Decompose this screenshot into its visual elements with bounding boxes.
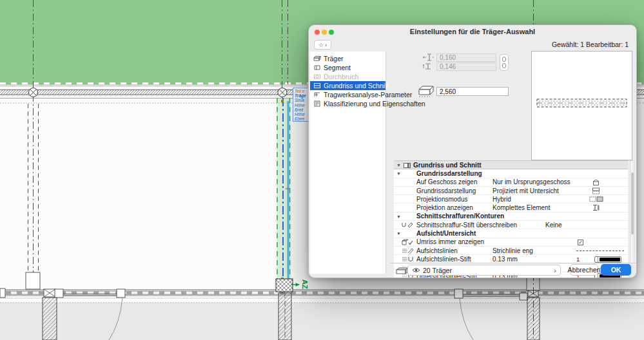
parameter-table: ▼ Grundriss und Schnitt ▼ Grundrissdarst… — [394, 160, 628, 278]
beam-label-text: AZ — [301, 279, 309, 289]
element-count-label: 20 Träger — [423, 267, 452, 274]
footer-separator — [390, 263, 636, 263]
door-jamb — [0, 288, 5, 298]
collapse-arrow-icon[interactable]: ▼ — [396, 214, 401, 219]
sidebar-item-durchbruch[interactable]: Durchbruch — [310, 72, 385, 81]
profile-width-icon — [422, 53, 434, 61]
table-row[interactable]: Projektion anzeigen Komplettes Element — [394, 203, 628, 212]
classification-icon — [313, 100, 321, 107]
sidebar-item-label: Grundriss und Schnitt — [324, 82, 389, 90]
sidebar-item-segment[interactable]: Segment — [310, 63, 385, 72]
settings-sidebar: Träger Segment Durchbruch — [310, 52, 386, 274]
subsection-label: Grundrissdarstellung — [416, 170, 482, 177]
story-icon — [592, 179, 600, 186]
checkbox-checked[interactable]: ✓ — [578, 240, 583, 245]
table-scrollbar[interactable] — [630, 160, 634, 263]
right-column — [527, 274, 540, 340]
dialog-title: Einstellungen für die Träger-Auswahl — [309, 28, 636, 35]
pen-index: 1 — [576, 256, 580, 263]
top-view-pen-icon — [401, 256, 414, 263]
hybrid-mode-icon — [589, 196, 603, 202]
favorites-button[interactable]: ☆ › — [314, 40, 331, 50]
chain-link-icon — [502, 63, 506, 68]
element-filter-dropdown[interactable]: 20 Träger › — [407, 265, 561, 276]
sidebar-item-label: Segment — [324, 64, 351, 71]
link-proportions-button[interactable] — [500, 54, 509, 71]
pilaster — [26, 272, 40, 289]
table-row[interactable]: Schnittschraffur-Stift überschreiben Kei… — [394, 221, 628, 229]
scrollbar-thumb[interactable] — [631, 173, 634, 234]
table-row[interactable]: Auf Geschoss zeigen Nur im Ursprungsgesc… — [394, 178, 628, 187]
collapse-arrow-icon[interactable]: ▼ — [396, 163, 401, 167]
plan-section-icon — [313, 82, 321, 89]
plan-section-icon — [404, 163, 411, 168]
lower-room-fill — [0, 303, 644, 340]
subsection-label: Schnittschraffuren/Konturen — [416, 212, 504, 220]
sidebar-item-grundriss-und-schnitt[interactable]: Grundriss und Schnitt — [310, 81, 385, 90]
beam-preview-panel[interactable] — [531, 51, 632, 160]
table-group-header[interactable]: ▼ Grundriss und Schnitt — [394, 161, 628, 169]
chain-link-icon — [502, 57, 506, 62]
eye-icon — [412, 267, 420, 273]
beam-width-field[interactable] — [436, 53, 496, 62]
collapse-arrow-icon[interactable]: ▼ — [396, 171, 401, 176]
profile-height-icon — [422, 62, 434, 70]
top-view-lines-icon — [401, 247, 414, 254]
opening-icon — [313, 73, 321, 80]
sidebar-item-label: Tragwerksanalyse-Parameter — [324, 91, 412, 99]
sidebar-item-klassifizierung[interactable]: Klassifizierung und Eigenschaften — [310, 99, 385, 108]
table-subsection[interactable]: ▼ Grundrissdarstellung — [394, 169, 628, 178]
cancel-button[interactable]: Abbrechen — [570, 264, 598, 276]
archicad-workspace: AZ Teil e Träge Struk Höhe Breit Höhe Eb… — [0, 0, 644, 340]
table-subsection[interactable]: ▼ Schnittschraffuren/Konturen — [394, 212, 628, 221]
beam-end-hotspot — [281, 100, 284, 102]
structural-analysis-icon — [313, 91, 321, 98]
dashed-line-preview[interactable] — [576, 250, 624, 251]
outline-show-icon — [401, 239, 414, 246]
beam-preview-drawing — [532, 52, 632, 160]
table-row[interactable]: Grundrissdarstellung Projiziert mit Unte… — [394, 187, 628, 195]
sidebar-item-label: Träger — [324, 55, 344, 62]
beam-icon — [313, 55, 321, 62]
table-header-label: Grundriss und Schnitt — [413, 162, 482, 169]
ok-button[interactable]: OK — [601, 264, 631, 276]
chevron-right-icon: › — [325, 42, 327, 48]
subsection-label: Aufsicht/Untersicht — [416, 230, 476, 237]
selected-beam[interactable] — [277, 98, 291, 281]
whole-element-icon — [592, 204, 600, 211]
selection-status: Gewählt: 1 Bearbeitbar: 1 — [552, 41, 629, 48]
sidebar-item-traeger[interactable]: Träger — [310, 54, 385, 63]
table-row[interactable]: Aufsichtslinien Strichlinie eng — [394, 247, 628, 255]
chevron-right-icon: › — [554, 267, 556, 274]
star-icon: ☆ — [318, 42, 324, 48]
pen-override-icon — [401, 222, 414, 229]
beam-length-field[interactable] — [436, 87, 509, 96]
beam-length-icon — [417, 84, 435, 99]
table-row[interactable]: Projektionsmodus Hybrid — [394, 195, 628, 203]
collapse-arrow-icon[interactable]: ▼ — [396, 231, 401, 236]
dialog-titlebar[interactable]: Einstellungen für die Träger-Auswahl — [309, 25, 636, 37]
projected-view-icon — [592, 187, 600, 194]
sidebar-item-tragwerksanalyse[interactable]: Tragwerksanalyse-Parameter — [310, 90, 385, 99]
middle-column — [276, 279, 293, 340]
beam-settings-dialog: Einstellungen für die Träger-Auswahl ☆ ›… — [308, 24, 637, 278]
sidebar-item-label: Klassifizierung und Eigenschaften — [324, 100, 425, 108]
pen-color-swatch[interactable] — [594, 256, 621, 263]
table-subsection[interactable]: ▼ Aufsicht/Untersicht — [394, 229, 628, 238]
table-row[interactable]: Umriss immer anzeigen ✓ — [394, 238, 628, 247]
beam-height-field[interactable] — [436, 62, 496, 71]
segment-icon — [313, 64, 321, 71]
sidebar-item-label: Durchbruch — [324, 73, 358, 80]
